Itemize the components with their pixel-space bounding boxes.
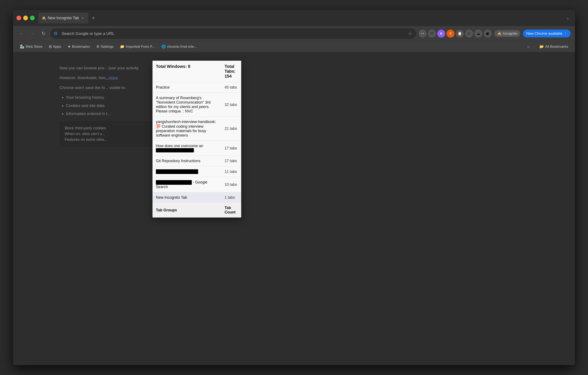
bookmark-imported[interactable]: 📁 Imported From F... <box>117 44 158 50</box>
tab-close-button[interactable]: × <box>81 16 85 20</box>
settings-icon: ⚙ <box>96 44 99 49</box>
row-count: 1 tabs <box>221 192 241 203</box>
new-chrome-button[interactable]: New Chrome available ⋮ <box>523 30 571 37</box>
ext-hex-icon[interactable]: ⬡ <box>465 30 473 38</box>
settings-label: Settings <box>101 44 114 49</box>
total-label: Total <box>224 64 234 69</box>
close-button[interactable] <box>16 16 21 20</box>
all-bookmarks-label: All Bookmarks <box>545 44 568 49</box>
table-row[interactable]: Git Repository Instructions 17 tabs <box>152 156 241 166</box>
row-name: yangshun/tech-interview-handbook: 💯 Cura… <box>152 117 221 141</box>
row-count: 17 tabs <box>221 156 241 166</box>
bookmark-webstore[interactable]: 🏪 Web Store <box>17 44 45 50</box>
table-row[interactable]: 11 tabs <box>152 166 241 177</box>
row-name: - Google Search <box>152 177 221 192</box>
tab-table: Total Windows: 8 Total Tabs: 154 Practic… <box>152 61 241 218</box>
google-logo: G <box>54 31 59 36</box>
bookmarks-bar-end: » | 📂 All Bookmarks <box>526 44 571 50</box>
table-row[interactable]: A summary of Rosenberg's "Nonviolent Com… <box>152 93 241 117</box>
bookmark-apps[interactable]: ⊞ Apps <box>46 44 64 50</box>
row-name: Git Repository Instructions <box>152 156 221 166</box>
new-tab-button[interactable]: + <box>89 14 98 22</box>
ext-jetbrains-icon[interactable]: R <box>437 30 445 38</box>
tabs-count: 154 <box>224 74 231 78</box>
header-windows: Total Windows: 8 <box>152 61 221 82</box>
table-row[interactable]: How does one overcome an 17 tabs <box>152 141 241 156</box>
webstore-label: Web Store <box>26 44 42 49</box>
incognito-hat-icon: 🕵 <box>497 31 502 36</box>
redacted-text <box>156 148 194 152</box>
imported-label: Imported From F... <box>126 44 155 49</box>
row-name: How does one overcome an <box>152 141 221 156</box>
table-row[interactable]: yangshun/tech-interview-handbook: 💯 Cura… <box>152 117 241 141</box>
row-count: 10 tabs <box>221 177 241 192</box>
row-count: 21 tabs <box>221 117 241 141</box>
all-bookmarks-button[interactable]: 📂 All Bookmarks <box>537 44 571 50</box>
row-name: New Incognito Tab <box>152 192 221 203</box>
webstore-icon: 🏪 <box>20 44 24 49</box>
apps-label: Apps <box>53 44 61 49</box>
table-row[interactable]: Practice 45 tabs <box>152 82 241 93</box>
row-name <box>152 166 221 177</box>
minimize-button[interactable] <box>23 16 28 20</box>
ext-orange-icon[interactable]: T <box>446 30 454 38</box>
row-count: 32 tabs <box>221 93 241 117</box>
tab-manager-popup: Total Windows: 8 Total Tabs: 154 Practic… <box>152 61 241 218</box>
site-icon: 🌐 <box>161 44 166 49</box>
nav-bar: ← → ↻ G Search Google or type a URL ☆ 👓 … <box>13 26 575 41</box>
incognito-icon: 🕵 <box>42 16 46 20</box>
row-name: A summary of Rosenberg's "Nonviolent Com… <box>152 93 221 117</box>
header-tabs: Total Tabs: 154 <box>221 61 241 82</box>
apps-icon: ⊞ <box>49 44 52 49</box>
bookmark-bookmarks[interactable]: ★ Bookmarks <box>65 44 93 50</box>
ext-clipboard-icon[interactable]: 📋 <box>456 30 464 38</box>
new-chrome-dots-icon: ⋮ <box>564 31 567 36</box>
site-label: chrome://net-inte... <box>167 44 197 49</box>
table-header-row: Total Windows: 8 Total Tabs: 154 <box>152 61 241 82</box>
table-row-highlighted[interactable]: New Incognito Tab 1 tabs <box>152 192 241 203</box>
bookmark-star-icon[interactable]: ☆ <box>408 31 412 36</box>
ext-shield-icon[interactable]: 🛡 <box>428 30 436 38</box>
row-count: 17 tabs <box>221 141 241 156</box>
back-button[interactable]: ← <box>17 29 26 38</box>
refresh-button[interactable]: ↻ <box>39 29 48 38</box>
tab-bar: 🕵 New Incognito Tab × + <box>38 12 562 23</box>
folder-icon: 📁 <box>120 44 124 49</box>
tab-bar-end: ⌄ <box>564 14 572 22</box>
new-chrome-label: New Chrome available <box>526 32 562 36</box>
main-content: Now you can browse priv... [see your act… <box>13 52 575 365</box>
table-body: Practice 45 tabs A summary of Rosenberg'… <box>152 82 241 203</box>
table-footer-row: Tab Groups Tab Count <box>152 203 241 218</box>
popup-overlay <box>13 52 575 365</box>
bookmark-site1[interactable]: 🌐 chrome://net-inte... <box>159 44 200 50</box>
incognito-badge: 🕵 Incognito <box>494 30 520 37</box>
traffic-lights <box>16 16 35 20</box>
bookmark-settings[interactable]: ⚙ Settings <box>94 44 116 50</box>
tabs-label: Tabs: <box>224 69 235 74</box>
tab-list-button[interactable]: ⌄ <box>564 14 572 22</box>
address-bar[interactable]: G Search Google or type a URL ☆ <box>50 28 416 39</box>
forward-button[interactable]: → <box>28 29 37 38</box>
table-row[interactable]: - Google Search 10 tabs <box>152 177 241 192</box>
row-name: Practice <box>152 82 221 93</box>
ext-monitor-icon[interactable]: ▣ <box>484 30 492 38</box>
more-bookmarks-button[interactable]: » <box>526 44 531 50</box>
ext-glasses-icon[interactable]: 👓 <box>419 30 427 38</box>
ext-bell-icon[interactable]: ☁ <box>474 30 483 38</box>
title-bar: 🕵 New Incognito Tab × + ⌄ <box>13 10 575 26</box>
bookmarks-bar: 🏪 Web Store ⊞ Apps ★ Bookmarks ⚙ Setting… <box>13 41 575 52</box>
extensions-area: 👓 🛡 R T 📋 ⬡ ☁ ▣ <box>419 30 492 38</box>
browser-window: 🕵 New Incognito Tab × + ⌄ ← → ↻ G Search… <box>13 10 575 365</box>
row-count: 11 tabs <box>221 166 241 177</box>
bookmarks-label: Bookmarks <box>72 44 90 49</box>
footer-count: Tab Count <box>221 203 241 218</box>
maximize-button[interactable] <box>30 16 35 20</box>
address-input[interactable]: Search Google or type a URL <box>62 31 406 36</box>
redacted-text <box>156 169 198 174</box>
tab-title: New Incognito Tab <box>48 16 79 20</box>
redacted-text <box>156 180 192 185</box>
bookmarks-star-icon: ★ <box>68 44 71 49</box>
row-count: 45 tabs <box>221 82 241 93</box>
incognito-label: Incognito <box>503 32 517 36</box>
active-tab[interactable]: 🕵 New Incognito Tab × <box>38 12 88 23</box>
